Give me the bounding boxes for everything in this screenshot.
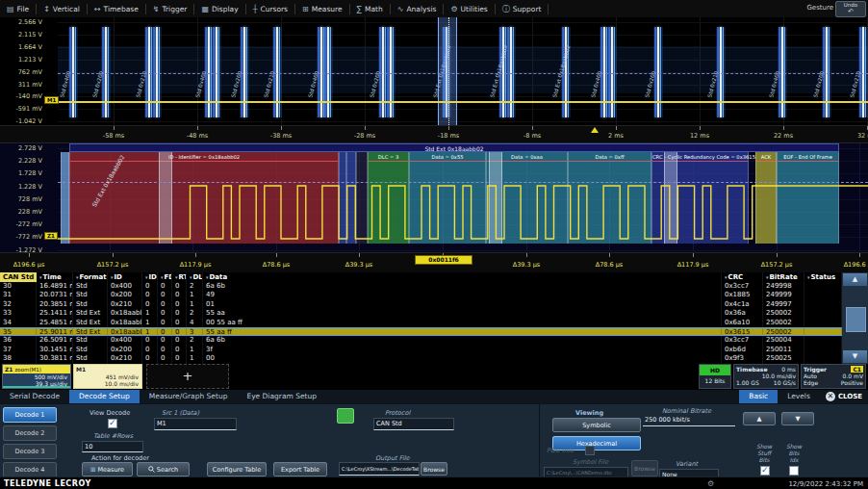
decoder-tab-1[interactable]: Decode 1 (3, 407, 57, 423)
decode-table[interactable]: CAN Std▾Time▾Format▾ID▾IDE▾FDF▾RTR▾DLC▾D… (0, 272, 842, 364)
hd-bits: 12 Bits (700, 375, 730, 384)
pdu-info-checkbox[interactable] (585, 446, 595, 455)
timebase-descriptor[interactable]: Timebase 0 ms 10.0 ms/div 1.00 GS 10 GS/… (733, 364, 799, 389)
add-trace-button[interactable]: + (146, 364, 229, 389)
table-cell: 0xb6d (722, 346, 763, 354)
table-row[interactable]: 3016.4891 msStd0x40000026a 6b0x3cc724999… (0, 282, 842, 291)
table-cell (804, 319, 842, 327)
m1-hscale: 10.0 ms/div (74, 380, 141, 387)
table-cell: 35 (0, 328, 37, 335)
menu-item-measure[interactable]: ⊞Measure (295, 0, 349, 17)
panel-tab-basic[interactable]: Basic (739, 390, 778, 403)
table-column-header[interactable]: ▾RTR (172, 272, 187, 282)
table-cell: 0 (158, 300, 172, 309)
table-cell: 2 (187, 282, 203, 291)
table-cell: 249997 (763, 300, 804, 309)
output-browse-button[interactable]: Browse (421, 462, 447, 476)
table-row[interactable]: 3730.1451 msStd0x20000013f0xb6d250011 (0, 346, 842, 354)
table-row[interactable]: 3425.4851 msStd Ext0x18aabb03100400 55 a… (0, 319, 842, 327)
undo-button[interactable]: Undo ↶ (835, 1, 866, 17)
menu-item-timebase[interactable]: ↔Timebase (88, 0, 145, 17)
table-column-header[interactable]: ▾CRC (722, 272, 763, 282)
z1-descriptor[interactable]: Z1 zoom(M1) 500 mV/div 39.3 µs/div (2, 364, 71, 389)
dialog-tab-serial-decode[interactable]: Serial Decode (0, 390, 69, 403)
decoder-tab-2[interactable]: Decode 2 (3, 425, 57, 441)
table-rows-input[interactable]: 10 (82, 441, 143, 452)
menu-item-file[interactable]: ▤File (0, 0, 36, 17)
show-bits-idx-checkbox[interactable] (789, 466, 799, 476)
table-rows-label: Table #Rows (93, 432, 133, 440)
table-row[interactable]: 3120.0731 msStd0x2000001490x1885249999 (0, 291, 842, 299)
bitrate-up-button[interactable]: ▲ (743, 412, 776, 425)
menu-item-support[interactable]: ⓘSupport (496, 0, 549, 17)
table-scrollbar[interactable]: ▲ ▼ (842, 272, 868, 364)
table-row[interactable]: 3626.5091 msStd0x40000026a 6b0x3cc725000… (0, 336, 842, 345)
bitrate-field[interactable]: 250 000 kbit/s (643, 415, 735, 426)
scroll-up-arrow[interactable]: ▲ (843, 273, 867, 286)
time-cursor-line[interactable] (448, 17, 450, 125)
symbol-browse-button[interactable]: Browse (631, 460, 658, 476)
scroll-thumb[interactable] (846, 307, 866, 332)
settings-gear-icon[interactable]: ⚙ (707, 479, 714, 488)
table-corner-protocol: CAN Std (0, 272, 37, 282)
grid-line-h (58, 96, 868, 97)
m1-descriptor[interactable]: M1 451 mV/div 10.0 ms/div (73, 364, 142, 389)
symbolic-button[interactable]: Symbolic (552, 418, 641, 432)
menu-item-display[interactable]: ▦Display (194, 0, 244, 17)
time-axis-label: 22 ms (774, 132, 793, 140)
view-decode-checkbox[interactable] (108, 419, 117, 428)
output-file-field[interactable]: C:\LeCroy\XStream...\DecodeTable.csv (339, 462, 420, 476)
menu-item-math[interactable]: ∑Math (350, 0, 390, 17)
search-button[interactable]: Search (137, 462, 190, 476)
clock-datetime: 12/9/2022 2:43:32 PM (788, 480, 863, 488)
export-table-button[interactable]: Export Table (273, 462, 327, 476)
table-cell (804, 282, 842, 291)
menu-item-cursors[interactable]: ┼Cursors (246, 0, 294, 17)
menu-item-vertical[interactable]: ↕Vertical (37, 0, 87, 17)
dialog-tab-eye-diagram-setup[interactable]: Eye Diagram Setup (237, 390, 326, 403)
menu-item-trigger[interactable]: ↯Trigger (146, 0, 194, 17)
zoom-time-axis: Δ196.6 µsΔ157.2 µsΔ117.9 µsΔ78.6 µsΔ39.3… (0, 252, 868, 272)
close-icon: ✕ (826, 392, 835, 401)
table-row[interactable]: 3525.9011 msStd Ext0x18aabb02100355 aa f… (0, 327, 842, 336)
table-row[interactable]: 3325.1411 msStd Ext0x18aabb01100255 aa0x… (0, 309, 842, 318)
table-column-header[interactable]: ▾Status (804, 272, 842, 282)
configure-table-button[interactable]: Configure Table (207, 462, 267, 476)
scroll-down-arrow[interactable]: ▼ (843, 350, 867, 363)
table-column-header[interactable]: ▾BitRate (763, 272, 804, 282)
table-row[interactable]: 3220.3851 msStd0x2100001010x4c1a249997 (0, 300, 842, 309)
hexadecimal-label: Hexadecimal (576, 440, 617, 448)
table-row[interactable]: 3830.3811 msStd0x2100001000x9f3250025 (0, 354, 842, 363)
panel-tab-levels[interactable]: Levels (778, 390, 820, 403)
src1-select[interactable]: M1 (154, 418, 237, 430)
trigger-descriptor[interactable]: Trigger C1 Auto 0.0 mV Edge Positive (801, 364, 866, 389)
zoom-selection-region[interactable] (438, 17, 457, 125)
table-column-header[interactable]: ▾IDE (142, 272, 158, 282)
show-stuff-bits-checkbox[interactable] (760, 466, 770, 476)
table-column-header[interactable]: ▾Time (37, 272, 73, 282)
close-dialog-button[interactable]: ✕CLOSE (820, 390, 868, 403)
menu-item-analysis[interactable]: ∿Analysis (391, 0, 444, 17)
table-cell (804, 328, 842, 335)
menu-label: Display (212, 5, 239, 13)
table-column-header[interactable]: ▾FDF (158, 272, 172, 282)
zoom-waveform-plot[interactable]: 2.728 V2.228 V1.728 V1.228 V728 mV228 mV… (0, 142, 868, 253)
protocol-select[interactable]: CAN Std (373, 418, 454, 430)
menu-item-utilities[interactable]: ⚙Utilities (444, 0, 494, 17)
dialog-tab-measure-graph-setup[interactable]: Measure/Graph Setup (140, 390, 238, 403)
axis-tick (365, 126, 366, 130)
table-column-header[interactable]: ▾DLC (187, 272, 203, 282)
table-column-header[interactable]: ▾ID (108, 272, 142, 282)
decoder-tab-3[interactable]: Decode 3 (3, 444, 57, 459)
sort-arrow-icon: ▾ (766, 274, 769, 280)
table-column-header[interactable]: ▾Data (203, 272, 722, 282)
zoom-time-axis-label: Δ78.6 µs (263, 261, 291, 269)
can-signal-waveform (58, 143, 868, 253)
main-waveform-plot[interactable]: 2.566 V2.115 V1.664 V1.213 V762 mV311 mV… (0, 17, 868, 125)
decoder-tab-4[interactable]: Decode 4 (3, 462, 57, 477)
bitrate-down-button[interactable]: ▼ (781, 412, 814, 425)
table-column-header[interactable]: ▾Format (73, 272, 108, 282)
sort-arrow-icon: ▾ (725, 274, 728, 280)
measure-button[interactable]: ⊞ Measure (82, 462, 133, 476)
dialog-tab-decode-setup[interactable]: Decode Setup (69, 390, 140, 403)
